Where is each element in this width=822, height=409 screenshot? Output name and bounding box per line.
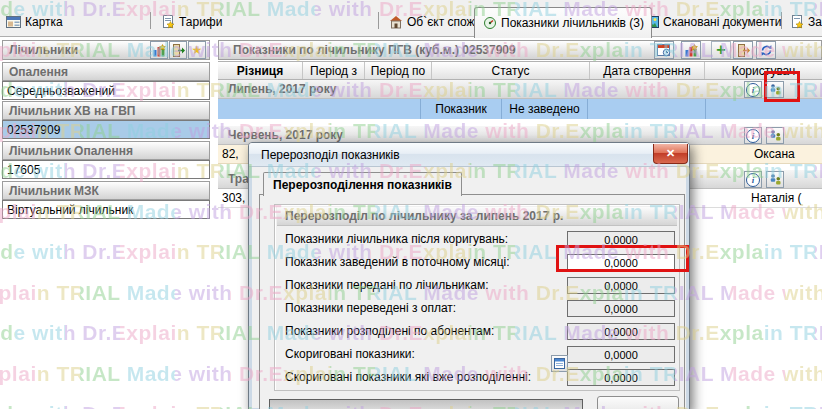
info-button[interactable]: i bbox=[744, 81, 762, 98]
tab-label: Скановані документи bbox=[663, 15, 781, 29]
field-label: Показники розподілені по абонентам: bbox=[285, 323, 494, 340]
sidebar-group-heating-meter: Лічильник Опалення bbox=[2, 141, 210, 160]
redistribute-button-june[interactable] bbox=[766, 127, 784, 144]
info-icon: i bbox=[746, 83, 760, 97]
export-door-button[interactable] bbox=[169, 41, 187, 59]
tab-separator bbox=[781, 12, 782, 29]
tab-label: Показники лічильників (3) bbox=[501, 16, 644, 30]
window-icon bbox=[554, 358, 565, 369]
group-row-july[interactable]: Липень, 2017 року bbox=[218, 80, 822, 99]
info-button[interactable]: i bbox=[744, 171, 762, 188]
card-icon bbox=[6, 15, 21, 29]
report-chart-button[interactable] bbox=[681, 41, 701, 59]
table-column-header: Різниця Період з Період по Статус Дата с… bbox=[218, 61, 822, 80]
tab-card[interactable]: Картка bbox=[6, 11, 63, 33]
column-period-from[interactable]: Період з bbox=[303, 62, 365, 79]
tab-scanned-documents[interactable]: Скановані документи bbox=[644, 11, 781, 33]
status-cell[interactable]: Не заведено bbox=[502, 99, 588, 119]
group-header-label: Лічильник МЗК bbox=[9, 184, 99, 198]
user-name: Оксана bbox=[754, 147, 795, 161]
dialog-titlebar[interactable]: Перерозподіл показників bbox=[249, 143, 689, 167]
star-button[interactable]: ★ bbox=[188, 41, 206, 59]
field-value: Середньозважений bbox=[7, 84, 115, 98]
field-row: Скориговані показники які вже розподілен… bbox=[275, 369, 679, 386]
group-header-label: Лічильник ХВ на ГВП bbox=[9, 104, 135, 118]
table-title: Показники по лічильнику ПГВ (куб.м.) 025… bbox=[233, 43, 516, 57]
field-label: Показники передані по лічильникам: bbox=[285, 277, 489, 294]
plus-icon: + bbox=[716, 43, 725, 57]
tab-label: За bbox=[808, 15, 822, 29]
field-row: Показники передані по лічильникам: 0,000… bbox=[275, 277, 679, 294]
column-user[interactable]: Користувач bbox=[705, 62, 822, 79]
field-label: Показник заведений в поточному місяці: bbox=[285, 254, 510, 271]
dialog-title: Перерозподіл показників bbox=[261, 148, 400, 162]
group-header-label: Лічильник Опалення bbox=[9, 144, 133, 158]
field-row: Показники переведені з оплат: 0,0000 bbox=[275, 300, 679, 317]
tab-label: Картка bbox=[25, 15, 63, 29]
doc-star-icon bbox=[789, 15, 804, 29]
gauge-icon bbox=[482, 16, 497, 30]
current-month-reading-input[interactable]: 0,0000 bbox=[567, 254, 675, 271]
heating-meter-value[interactable]: Середньозважений bbox=[2, 81, 210, 100]
groupbox-title: Перерозподіл по лічильнику за липень 201… bbox=[285, 209, 563, 223]
transferred-to-meters-field: 0,0000 bbox=[567, 277, 675, 294]
tab-label: Тарифи bbox=[179, 15, 222, 29]
chart-star-button[interactable] bbox=[150, 41, 168, 59]
sidebar-group-cold-water: Лічильник ХВ на ГВП bbox=[2, 101, 210, 120]
calendar-button[interactable] bbox=[654, 41, 674, 59]
field-label: Показники лічильника після коригувань: bbox=[285, 231, 508, 248]
group-row-label: Червень, 2017 року bbox=[228, 128, 343, 142]
info-button[interactable]: i bbox=[744, 127, 762, 144]
sidebar-title: Лічильники bbox=[9, 43, 78, 57]
column-difference[interactable]: Різниця bbox=[218, 62, 303, 79]
tab-separator bbox=[378, 12, 379, 29]
virtual-meter-value[interactable]: Віртуальний лічильник bbox=[2, 200, 210, 219]
star-icon: ★ bbox=[192, 44, 203, 56]
redistribute-button-july[interactable] bbox=[766, 81, 784, 98]
difference-value: 82, bbox=[222, 147, 239, 161]
close-button[interactable]: ✕ bbox=[653, 144, 688, 164]
house-icon bbox=[388, 15, 403, 29]
field-value: Віртуальний лічильник bbox=[7, 203, 133, 217]
field-value: 17605 bbox=[7, 163, 40, 177]
cell-divider bbox=[705, 99, 706, 119]
dialog-tab-redistribution[interactable]: Перерозподілення показників bbox=[263, 172, 462, 196]
redistribute-button-may[interactable] bbox=[766, 171, 784, 188]
heating-meter-number[interactable]: 17605 bbox=[2, 160, 210, 179]
export-reading-button[interactable] bbox=[733, 41, 753, 59]
field-value: 02537909 bbox=[7, 123, 60, 137]
refresh-button[interactable] bbox=[756, 41, 776, 59]
details-window-button[interactable] bbox=[551, 355, 568, 372]
doc-star-icon bbox=[160, 15, 175, 29]
column-created-date[interactable]: Дата створення bbox=[590, 62, 705, 79]
tab-cut-off[interactable]: За bbox=[789, 11, 822, 33]
app-window: Картка Тарифи Об`єкт споживання (1) Пока… bbox=[0, 0, 822, 409]
people-icon bbox=[769, 173, 782, 186]
groupbox-header: Перерозподіл по лічильнику за липень 201… bbox=[277, 207, 677, 226]
corrected-distributed-field: 0,0000 bbox=[567, 369, 675, 386]
field-row: Скориговані показники: 0,0000 bbox=[275, 346, 679, 363]
group-header-label: Опалення bbox=[9, 65, 68, 79]
field-row: Показник заведений в поточному місяці: 0… bbox=[275, 254, 679, 271]
people-icon bbox=[769, 129, 782, 142]
dialog-bottom-field bbox=[269, 399, 583, 409]
tab-meter-readings[interactable]: Показники лічильників (3) bbox=[474, 7, 652, 38]
redistribution-groupbox: Перерозподіл по лічильнику за липень 201… bbox=[274, 204, 680, 391]
sidebar-group-mzk: Лічильник МЗК bbox=[2, 181, 210, 200]
column-period-to[interactable]: Період по bbox=[365, 62, 432, 79]
close-icon: ✕ bbox=[666, 147, 675, 160]
main-tabbar: Картка Тарифи Об`єкт споживання (1) Пока… bbox=[0, 0, 822, 37]
tab-tariffs[interactable]: Тарифи bbox=[160, 11, 222, 33]
readings-after-correction-field: 0,0000 bbox=[567, 231, 675, 248]
distributed-to-subscribers-field: 0,0000 bbox=[567, 323, 675, 340]
dialog-tab-page: Перерозподіл по лічильнику за липень 201… bbox=[259, 194, 685, 409]
selected-reading-row[interactable]: Показник Не заведено bbox=[218, 99, 822, 119]
cold-water-meter-value-selected[interactable]: 02537909 bbox=[2, 120, 210, 139]
dialog-bottom-button[interactable] bbox=[597, 396, 679, 409]
group-row-label: Липень, 2017 року bbox=[228, 82, 336, 96]
redistribution-dialog: Перерозподіл показників ✕ Перерозподілен… bbox=[248, 142, 690, 409]
add-reading-button[interactable]: + bbox=[711, 41, 731, 59]
difference-value: 303, bbox=[222, 191, 245, 205]
column-status[interactable]: Статус bbox=[432, 62, 590, 79]
status-type-cell[interactable]: Показник bbox=[420, 99, 502, 119]
